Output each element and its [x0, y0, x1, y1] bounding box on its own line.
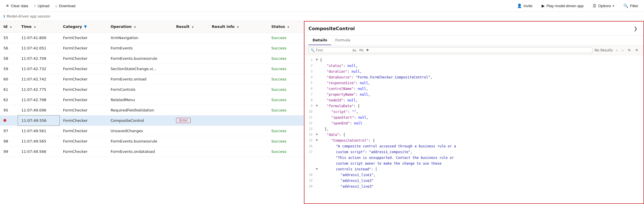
invite-button[interactable]: 👤 Invite: [515, 2, 535, 9]
filter-active-icon: ▼: [84, 24, 87, 29]
options-button[interactable]: ☰ Options ▾: [590, 2, 616, 9]
col-header-operation[interactable]: Operation ∨: [107, 21, 173, 32]
col-header-id[interactable]: Id ∨: [0, 21, 18, 32]
cell-result: [173, 126, 208, 136]
status-badge: Error: [176, 118, 191, 123]
cell-resultinfo: [208, 115, 268, 126]
table-row[interactable]: 6011:07:42.742FormCheckerFormEvents.onlo…: [0, 74, 304, 84]
find-next-button[interactable]: ›: [621, 47, 625, 53]
clear-data-button[interactable]: ✕ Clear data: [3, 2, 30, 9]
collapse-btn[interactable]: ▼: [316, 138, 320, 143]
cell-status: Success: [268, 32, 304, 43]
json-content: 1 ▼ { 2 "status": null, 3 "duration":: [305, 55, 643, 203]
cell-time: 11:07:42.732: [18, 63, 59, 74]
cell-category: FormChecker: [60, 105, 107, 115]
json-line: 7 "propertyName": null,: [305, 92, 643, 98]
table-pane: Id ∨ Time ∨ Category ▼ Operation ∨ Resul…: [0, 21, 304, 204]
cell-operation: UnsavedChanges: [107, 126, 173, 136]
cell-category: FormChecker: [60, 32, 107, 43]
find-regex-button[interactable]: ✱: [365, 48, 370, 52]
cell-time: 11:07:42.798: [18, 95, 59, 105]
col-header-category[interactable]: Category ▼: [60, 21, 107, 32]
cell-time: 11:07:42.709: [18, 53, 59, 63]
col-header-status[interactable]: Status ∨: [268, 21, 304, 32]
table-row[interactable]: 9911:07:49.566FormCheckerFormEvents.onda…: [0, 146, 304, 157]
cell-result: [173, 146, 208, 157]
cell-category: FormChecker: [60, 63, 107, 74]
cell-operation: FormEvents.onload: [107, 74, 173, 84]
json-line: ▼ controls instead": [: [305, 167, 643, 172]
search-icon: 🔍: [311, 48, 315, 52]
expand-panel-button[interactable]: ❯: [631, 24, 639, 32]
sort-icon-time: ∨: [34, 25, 36, 28]
json-line: 14 ▼ "data": {: [305, 132, 643, 138]
collapse-btn[interactable]: ▼: [316, 132, 320, 137]
toolbar-right: 👤 Invite ▶ Play model-driven app ☰ Optio…: [515, 2, 641, 9]
cell-status: Success: [268, 95, 304, 105]
cell-result: [173, 32, 208, 43]
upload-button[interactable]: ↑ Upload: [32, 2, 52, 9]
json-line: 11 "spanStart": null,: [305, 115, 643, 121]
cell-resultinfo: [208, 95, 268, 105]
data-table: Id ∨ Time ∨ Category ▼ Operation ∨ Resul…: [0, 21, 304, 157]
cell-category: FormChecker: [60, 43, 107, 53]
table-row[interactable]: 9511:07:49.006FormCheckerRequiredFieldVa…: [0, 105, 304, 115]
download-button[interactable]: ↓ Download: [53, 2, 78, 9]
table-row[interactable]: 9811:07:49.565FormCheckerFormEvents.busi…: [0, 136, 304, 146]
cell-status: Success: [268, 136, 304, 146]
find-close-button[interactable]: ✕: [634, 47, 639, 53]
col-header-result[interactable]: Result ∨: [173, 21, 208, 32]
col-header-time[interactable]: Time ∨: [18, 21, 59, 32]
table-row[interactable]: 5811:07:42.709FormCheckerFormEvents.busi…: [0, 53, 304, 63]
find-wrap-button[interactable]: ⇆: [627, 48, 632, 53]
json-line: 18 "address1_line1",: [305, 172, 643, 178]
cell-operation: CompositeControl: [107, 115, 173, 126]
play-button[interactable]: ▶ Play model-driven app: [539, 2, 586, 9]
main-container: Id ∨ Time ∨ Category ▼ Operation ∨ Resul…: [0, 21, 644, 204]
find-prev-button[interactable]: ‹: [615, 47, 618, 53]
tab-formula[interactable]: Formula: [331, 36, 354, 45]
detail-pane: CompositeControl ❯ Details Formula 🔍 Aa …: [304, 21, 644, 204]
cell-time: 11:07:42.051: [18, 43, 59, 53]
table-row[interactable]: 6111:07:42.775FormCheckerFormControlsSuc…: [0, 84, 304, 95]
cell-resultinfo: [208, 53, 268, 63]
cell-operation: FormEvents.businessrule: [107, 53, 173, 63]
collapse-btn[interactable]: ▼: [316, 167, 320, 171]
tab-details[interactable]: Details: [309, 36, 331, 45]
find-input[interactable]: [316, 48, 350, 52]
menu-icon: ☰: [593, 3, 596, 8]
table-row[interactable]: 5511:07:41.800FormCheckerXrmNavigationSu…: [0, 32, 304, 43]
json-line: 12 "spanEnd": null: [305, 121, 643, 126]
cell-status: Success: [268, 53, 304, 63]
collapse-btn[interactable]: ▼: [316, 103, 320, 108]
cell-category: FormChecker: [60, 95, 107, 105]
status-success: Success: [271, 46, 286, 50]
cell-status: Success: [268, 146, 304, 157]
cell-result: [173, 95, 208, 105]
table-row[interactable]: 5611:07:42.051FormCheckerFormEventsSucce…: [0, 43, 304, 53]
col-header-resultinfo[interactable]: Result info ∨: [208, 21, 268, 32]
cell-category: FormChecker: [60, 84, 107, 95]
cell-id: 55: [0, 32, 18, 43]
cell-operation: FormEvents.businessrule: [107, 136, 173, 146]
sort-icon-operation: ∨: [134, 25, 136, 28]
cell-id: 98: [0, 136, 18, 146]
cell-category: FormChecker: [60, 146, 107, 157]
json-line: custom script owner to make the change t…: [305, 161, 643, 167]
json-line: 17 custom script": "address1_composite",: [305, 149, 643, 155]
info-icon: ℹ: [3, 14, 5, 18]
find-case-sensitive-button[interactable]: Aa: [352, 48, 357, 52]
table-row[interactable]: 11:07:49.556FormCheckerCompositeControlE…: [0, 115, 304, 126]
collapse-btn[interactable]: ▼: [316, 57, 320, 62]
status-success: Success: [271, 108, 286, 112]
cell-resultinfo: [208, 146, 268, 157]
find-whole-word-button[interactable]: Ab|: [358, 48, 364, 52]
filter-button[interactable]: 🔍 Filter: [621, 2, 641, 9]
json-line: 13 },: [305, 126, 643, 132]
table-row[interactable]: 9711:07:49.561FormCheckerUnsavedChangesS…: [0, 126, 304, 136]
table-row[interactable]: 6211:07:42.798FormCheckerRelatedMenuSucc…: [0, 95, 304, 105]
json-line: "This action is unsupported. Contact the…: [305, 155, 643, 161]
sort-icon-id: ∨: [10, 25, 12, 28]
json-line: 6 "controlName": null,: [305, 86, 643, 92]
table-row[interactable]: 5911:07:42.732FormCheckerSectionStateCha…: [0, 63, 304, 74]
